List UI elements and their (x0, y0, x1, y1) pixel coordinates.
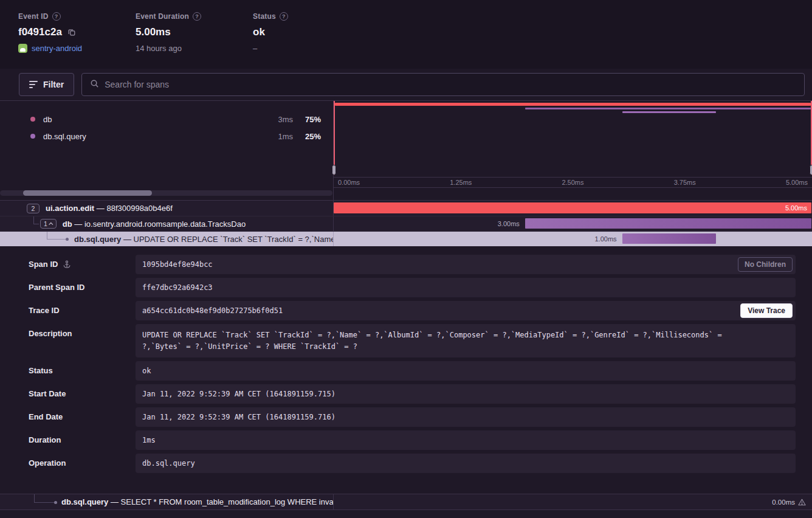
anchor-icon[interactable] (63, 260, 71, 269)
span-op: db.sql.query (74, 235, 121, 244)
span-row-db[interactable]: 1 db — io.sentry.android.roomsample.data… (0, 216, 812, 231)
event-duration-value: 5.00ms (136, 26, 253, 38)
span-row-query-selected[interactable]: db.sql.query — UPDATE OR REPLACE `Track`… (0, 231, 812, 246)
minimap-section: db 3ms 75% db.sql.query 1ms 25% (0, 100, 812, 201)
legend-row-db-sql-query[interactable]: db.sql.query 1ms 25% (0, 128, 333, 145)
event-id-label: Event ID (18, 12, 49, 21)
span-bar-track[interactable]: 1.00ms (334, 232, 812, 246)
minimap-bar-db (525, 108, 811, 109)
detail-label: End Date (16, 407, 136, 427)
event-id-value-row: f0491c2a (18, 26, 136, 38)
platform-android-icon (18, 44, 27, 53)
span-collapse-toggle[interactable]: 1 (40, 219, 57, 229)
span-desc: UPDATE OR REPLACE `Track` SET `TrackId` … (134, 235, 334, 244)
event-header: Event ID ? f0491c2a sentry-android Event (0, 0, 812, 69)
chevron-up-icon (49, 222, 53, 226)
span-bar[interactable] (622, 233, 716, 244)
event-id-group: Event ID ? f0491c2a sentry-android (18, 12, 136, 69)
trace-minimap: 0.00ms 1.25ms 2.50ms 3.75ms 5.00ms (334, 101, 812, 200)
detail-label: Status (16, 361, 136, 381)
span-bar-track[interactable]: 0.00ms (334, 494, 812, 509)
no-children-button[interactable]: No Children (738, 257, 793, 272)
detail-value: 1ms (142, 436, 156, 444)
span-duration-label: 0.00ms (772, 499, 795, 506)
project-link[interactable]: sentry-android (32, 44, 82, 53)
event-duration-group: Event Duration ? 5.00ms 14 hours ago (136, 12, 253, 69)
span-op: db (63, 219, 72, 229)
view-trace-button[interactable]: View Trace (740, 303, 793, 318)
search-input[interactable] (105, 80, 796, 89)
children-count: 1 (44, 220, 47, 227)
span-duration-label: 3.00ms (498, 220, 520, 227)
span-bar-track[interactable]: 5.00ms (334, 201, 812, 216)
time-tick: 1.25ms (450, 179, 472, 186)
span-desc: SELECT * FROM room_table_modification_lo… (121, 497, 334, 506)
span-title: db.sql.query — UPDATE OR REPLACE `Track`… (74, 235, 334, 244)
detail-row-start-date: Start Date Jan 11, 2022 9:52:39 AM CET (… (16, 384, 796, 404)
span-title: db.sql.query — SELECT * FROM room_table_… (61, 497, 334, 506)
time-tick: 0.00ms (338, 179, 360, 186)
span-bar[interactable] (525, 218, 811, 229)
event-id-label-row: Event ID ? (18, 12, 136, 21)
legend-row-db[interactable]: db 3ms 75% (0, 111, 333, 128)
scrollbar-thumb[interactable] (23, 190, 152, 196)
search-box[interactable] (81, 73, 805, 96)
help-icon[interactable]: ? (52, 12, 61, 21)
filter-button-label: Filter (43, 80, 64, 89)
event-duration-subtext: 14 hours ago (136, 44, 253, 53)
minimap-bar-root (335, 103, 811, 106)
span-bar-track[interactable]: 3.00ms (334, 216, 812, 231)
detail-label: Operation (16, 454, 136, 473)
detail-row-end-date: End Date Jan 11, 2022 9:52:39 AM CET (16… (16, 407, 796, 427)
span-children-toggle[interactable]: 2 (27, 204, 40, 213)
detail-row-status: Status ok (16, 361, 796, 381)
op-percent: 75% (293, 115, 321, 124)
span-desc: 88f300998a0b4e6f (106, 204, 172, 213)
filter-button[interactable]: Filter (19, 73, 74, 96)
viewport-left-bound (334, 101, 335, 175)
detail-value: db.sql.query (142, 459, 195, 468)
span-details-panel: Span ID 1095bd4ef8e94bcc No Children Par… (0, 246, 812, 494)
detail-value: 1095bd4ef8e94bcc (142, 260, 213, 269)
filter-icon (29, 81, 38, 88)
time-tick: 3.75ms (674, 179, 696, 186)
minimap-bar-query (622, 111, 716, 113)
time-tick: 2.50ms (562, 179, 583, 186)
op-name: db.sql.query (43, 132, 86, 141)
status-subtext: – (253, 44, 370, 53)
search-icon (90, 79, 99, 91)
op-duration: 3ms (261, 115, 293, 124)
span-tree: 2 ui.action.edit — 88f300998a0b4e6f 5.00… (0, 201, 812, 246)
minimap-chart[interactable] (334, 101, 812, 177)
status-label: Status (253, 12, 276, 21)
detail-value: UPDATE OR REPLACE `Track` SET `TrackId` … (142, 330, 759, 352)
span-row-root[interactable]: 2 ui.action.edit — 88f300998a0b4e6f 5.00… (0, 201, 812, 216)
time-tick: 5.00ms (786, 179, 808, 186)
detail-label: Duration (16, 430, 136, 450)
minimap-footer-strip (334, 188, 812, 200)
op-color-dot (30, 134, 35, 139)
detail-value: a654cc61dc0b48ef9d0b27275b6f0d51 (142, 306, 283, 315)
status-group: Status ? ok – (253, 12, 370, 69)
span-desc: io.sentry.android.roomsample.data.Tracks… (84, 219, 246, 229)
span-row-select-query[interactable]: db.sql.query — SELECT * FROM room_table_… (0, 494, 812, 510)
span-op: db.sql.query (61, 497, 108, 506)
help-icon[interactable]: ? (280, 12, 288, 21)
span-title: ui.action.edit — 88f300998a0b4e6f (46, 204, 173, 213)
detail-label: Parent Span ID (16, 278, 136, 297)
span-bar[interactable]: 5.00ms (334, 202, 811, 213)
help-icon[interactable]: ? (193, 12, 201, 21)
detail-value: ffe7dbc92a6942c3 (142, 283, 213, 292)
span-duration-label: 1.00ms (594, 235, 616, 243)
time-axis: 0.00ms 1.25ms 2.50ms 3.75ms 5.00ms (334, 177, 812, 188)
horizontal-scrollbar[interactable] (0, 190, 332, 196)
status-value: ok (253, 26, 370, 38)
detail-value: Jan 11, 2022 9:52:39 AM CET (1641891159.… (142, 413, 335, 421)
copy-icon[interactable] (67, 28, 76, 36)
viewport-left-handle[interactable] (332, 165, 336, 175)
span-op: ui.action.edit (46, 204, 94, 213)
detail-row-description: Description UPDATE OR REPLACE `Track` SE… (16, 324, 796, 357)
children-count: 2 (32, 205, 35, 212)
detail-row-parent-span-id: Parent Span ID ffe7dbc92a6942c3 (16, 278, 796, 297)
viewport-right-handle[interactable] (810, 165, 812, 175)
